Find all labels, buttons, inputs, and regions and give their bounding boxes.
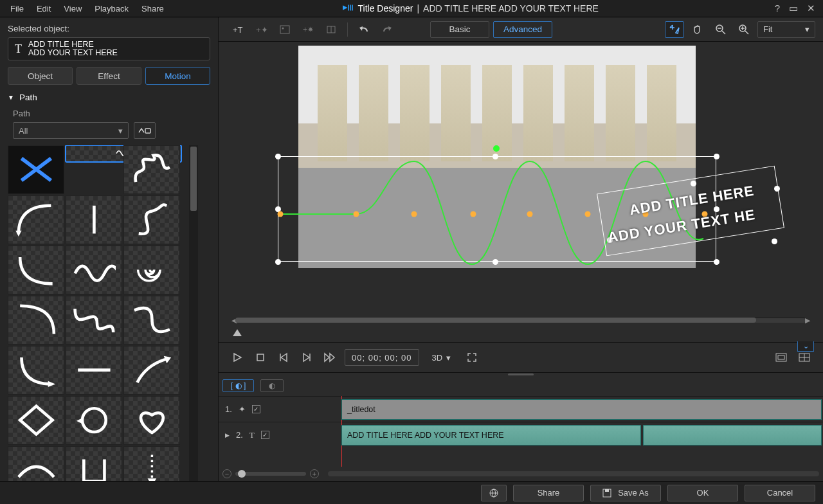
path-hump[interactable] bbox=[8, 446, 64, 481]
add-image-icon[interactable] bbox=[275, 21, 294, 38]
guides-icon[interactable] bbox=[321, 21, 341, 38]
move-tool-icon[interactable] bbox=[665, 21, 684, 38]
clip-titledot[interactable]: _titledot bbox=[341, 399, 822, 420]
svg-text:+✦: +✦ bbox=[256, 25, 267, 35]
svg-marker-40 bbox=[330, 354, 334, 361]
drag-handle-icon[interactable] bbox=[508, 374, 534, 375]
close-icon[interactable]: ✕ bbox=[807, 3, 815, 14]
path-arc-swoop[interactable] bbox=[8, 246, 64, 294]
cancel-button[interactable]: Cancel bbox=[745, 485, 815, 501]
svg-line-32 bbox=[745, 31, 748, 34]
ok-button[interactable]: OK bbox=[667, 485, 738, 501]
path-big-wave[interactable] bbox=[66, 296, 122, 345]
footer-bar: Share Save As OK Cancel bbox=[0, 481, 823, 504]
menu-edit[interactable]: Edit bbox=[30, 2, 57, 15]
path-wave2[interactable] bbox=[66, 246, 122, 294]
hand-tool-icon[interactable] bbox=[688, 21, 707, 38]
safe-zone-icon[interactable] bbox=[773, 349, 790, 366]
path-section-header[interactable]: ▼ Path bbox=[8, 90, 210, 105]
path-arrow-diag[interactable] bbox=[123, 346, 180, 395]
clip-title-segment-a[interactable]: ADD TITLE HERE ADD YOUR TEXT HERE bbox=[341, 425, 641, 446]
svg-marker-37 bbox=[303, 354, 309, 361]
svg-point-20 bbox=[282, 27, 284, 29]
path-arc-left[interactable] bbox=[8, 195, 64, 244]
menu-file[interactable]: File bbox=[4, 2, 30, 15]
timeline-zoom-slider[interactable] bbox=[235, 472, 306, 476]
track-number: 2. bbox=[236, 430, 243, 440]
zoom-out-timeline-icon[interactable]: − bbox=[222, 469, 231, 478]
path-dotted-down[interactable] bbox=[123, 446, 180, 481]
zoom-in-timeline-icon[interactable]: + bbox=[310, 469, 319, 478]
path-scribble[interactable] bbox=[123, 145, 180, 194]
path-filter-select[interactable]: All ▾ bbox=[13, 122, 129, 139]
redo-icon[interactable] bbox=[377, 21, 397, 38]
add-particle-icon[interactable]: +✦ bbox=[252, 21, 271, 38]
prev-frame-icon[interactable] bbox=[275, 349, 292, 366]
track-number: 1. bbox=[225, 404, 232, 414]
path-swoop-down[interactable] bbox=[8, 296, 64, 345]
timeline-hscroll[interactable] bbox=[328, 471, 819, 476]
fast-forward-icon[interactable] bbox=[321, 349, 338, 366]
play-icon[interactable] bbox=[229, 349, 246, 366]
zoom-select[interactable]: Fit▾ bbox=[757, 21, 815, 38]
import-path-button[interactable] bbox=[134, 122, 156, 139]
stop-icon[interactable] bbox=[252, 349, 269, 366]
preview-stage[interactable]: ADD TITLE HERE ADD YOUR TEXT HE bbox=[228, 46, 814, 316]
window-title: Title Designer | ADD TITLE HERE ADD YOUR… bbox=[170, 3, 771, 14]
svg-point-13 bbox=[82, 409, 106, 433]
path-horizontal[interactable] bbox=[66, 346, 122, 395]
add-text-icon[interactable]: +T bbox=[229, 21, 248, 38]
menu-view[interactable]: View bbox=[57, 2, 88, 15]
share-globe-button[interactable] bbox=[481, 485, 507, 501]
path-snake[interactable] bbox=[123, 296, 180, 345]
save-as-button[interactable]: Save As bbox=[590, 485, 661, 501]
svg-rect-2 bbox=[350, 5, 351, 11]
mode-advanced-button[interactable]: Advanced bbox=[493, 21, 552, 38]
path-curve-arrow[interactable] bbox=[8, 346, 64, 395]
clip-title-segment-b[interactable] bbox=[643, 425, 822, 446]
tab-motion[interactable]: Motion bbox=[145, 67, 210, 85]
svg-rect-42 bbox=[778, 356, 784, 359]
timeline-track-2: ▶ 2. T ✓ ADD TITLE HERE ADD YOUR TEXT HE… bbox=[219, 422, 823, 447]
collapse-timeline-icon[interactable]: ⌄ bbox=[797, 341, 814, 352]
svg-rect-50 bbox=[605, 489, 609, 492]
3d-mode-select[interactable]: 3D▾ bbox=[426, 349, 458, 366]
zoom-out-icon[interactable] bbox=[711, 21, 730, 38]
path-vertical[interactable] bbox=[66, 195, 122, 244]
keyframe-mode-a-button[interactable]: [ ◐ ] bbox=[222, 379, 254, 392]
left-scrollbar[interactable] bbox=[189, 145, 198, 481]
path-spiral[interactable] bbox=[123, 246, 180, 294]
selected-object-field[interactable]: T ADD TITLE HERE ADD YOUR TEXT HERE bbox=[8, 37, 210, 60]
zoom-in-icon[interactable] bbox=[734, 21, 754, 38]
path-square-u[interactable] bbox=[66, 446, 122, 481]
expand-track-icon[interactable]: ▶ bbox=[225, 432, 230, 438]
keyframe-mode-b-button[interactable]: ◐ bbox=[260, 379, 284, 392]
timecode-display[interactable]: 00; 00; 00; 00 bbox=[345, 349, 419, 366]
menu-share[interactable]: Share bbox=[135, 2, 170, 15]
mode-basic-button[interactable]: Basic bbox=[430, 21, 489, 38]
document-title: ADD TITLE HERE ADD YOUR TEXT HERE bbox=[423, 3, 599, 14]
track-visible-checkbox[interactable]: ✓ bbox=[261, 431, 269, 439]
timeline-panel: [ ◐ ] ◐ 00;00;00;00 00;00;01;20 00;00;03… bbox=[219, 373, 823, 481]
path-diamond[interactable] bbox=[8, 396, 64, 445]
path-heart[interactable] bbox=[123, 396, 180, 445]
menu-playback[interactable]: Playback bbox=[88, 2, 135, 15]
scroll-right-icon[interactable]: ▶ bbox=[805, 316, 810, 325]
tab-effect[interactable]: Effect bbox=[77, 67, 141, 85]
add-shape-icon[interactable]: +✷ bbox=[298, 21, 318, 38]
undo-icon[interactable] bbox=[354, 21, 374, 38]
maximize-icon[interactable]: ▭ bbox=[789, 3, 798, 14]
tab-object[interactable]: Object bbox=[8, 67, 73, 85]
path-s-curve[interactable] bbox=[123, 195, 180, 244]
svg-marker-14 bbox=[76, 419, 82, 424]
fullscreen-icon[interactable] bbox=[464, 349, 480, 366]
svg-marker-35 bbox=[281, 354, 287, 361]
preview-scroll[interactable]: ◀ ▶ bbox=[228, 316, 814, 342]
scrub-handle-icon[interactable] bbox=[233, 329, 242, 336]
path-circle-loop[interactable] bbox=[66, 396, 122, 445]
path-none[interactable] bbox=[8, 145, 64, 194]
help-icon[interactable]: ? bbox=[775, 3, 780, 14]
next-frame-icon[interactable] bbox=[298, 349, 315, 366]
track-visible-checkbox[interactable]: ✓ bbox=[252, 405, 260, 413]
share-button[interactable]: Share bbox=[513, 485, 584, 501]
